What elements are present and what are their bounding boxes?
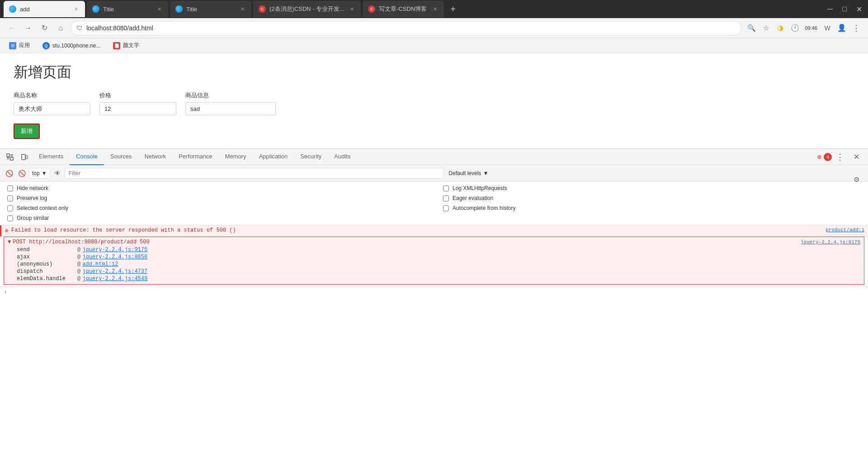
stack-line-send: send @ jquery-2.2.4.js:9175 xyxy=(8,246,860,253)
devtools-tab-console[interactable]: Console xyxy=(70,149,104,165)
selected-context-option[interactable]: Selected context only xyxy=(7,205,425,211)
console-clear-button[interactable]: 🚫 xyxy=(4,168,14,179)
menu-button[interactable]: ⋮ xyxy=(850,22,863,34)
console-filter-button[interactable]: 🚫 xyxy=(16,168,27,179)
search-icon[interactable]: 🔍 xyxy=(745,22,758,34)
devtools-tab-performance[interactable]: Performance xyxy=(172,149,218,165)
eye-button[interactable]: 👁 xyxy=(52,168,63,179)
inspect-element-button[interactable] xyxy=(4,151,16,163)
stack-source-right[interactable]: jquery-2.2.4.js:9175 xyxy=(801,239,860,245)
stack-expand-icon[interactable]: ▼ xyxy=(8,239,11,245)
submit-button[interactable]: 新增 xyxy=(14,124,40,139)
new-tab-button[interactable]: + xyxy=(446,2,460,16)
tab-label-title2: Title xyxy=(186,6,197,13)
url-bar[interactable]: 🛡 localhost:8080/add.html xyxy=(71,21,741,35)
bookmark-icon[interactable]: ☆ xyxy=(760,22,772,34)
console-input-row: › xyxy=(0,286,868,297)
reload-button[interactable]: ↻ xyxy=(38,22,51,34)
stack-link-anonymous[interactable]: add.html:12 xyxy=(82,261,118,267)
tab-title1[interactable]: Title ✕ xyxy=(87,1,168,17)
window-controls: ─ □ ✕ xyxy=(825,4,864,14)
devtools-tab-memory[interactable]: Memory xyxy=(219,149,253,165)
forward-button[interactable]: → xyxy=(22,22,34,34)
devtools-tab-application[interactable]: Application xyxy=(253,149,294,165)
autocomplete-checkbox[interactable] xyxy=(443,205,449,211)
eager-eval-option[interactable]: Eager evaluation xyxy=(443,195,861,201)
bookmark-stu[interactable]: Q stu.1000phone.ne... xyxy=(39,40,104,51)
selected-context-label: Selected context only xyxy=(17,205,68,211)
tab-favicon-title1 xyxy=(92,5,99,13)
product-name-input[interactable] xyxy=(14,102,90,115)
console-input[interactable] xyxy=(10,289,864,295)
close-window-button[interactable]: ✕ xyxy=(854,4,864,14)
context-dropdown-icon: ▼ xyxy=(42,170,47,176)
hide-network-checkbox[interactable] xyxy=(7,186,13,191)
tab-csdn1[interactable]: C (2条消息)CSDN - 专业开发... ✕ xyxy=(253,1,361,17)
address-bar: ← → ↻ ⌂ 🛡 localhost:8080/add.html 🔍 ☆ ◑ … xyxy=(0,18,868,38)
preserve-log-checkbox[interactable] xyxy=(7,195,13,201)
stack-fn-ajax: ajax xyxy=(17,254,75,260)
error-source-link[interactable]: product/add:1 xyxy=(826,227,864,233)
levels-selector[interactable]: Default levels ▼ xyxy=(446,169,491,177)
profile-icon[interactable]: 👤 xyxy=(835,22,848,34)
devtools-close-button[interactable]: ✕ xyxy=(850,151,863,163)
stack-at-2: @ xyxy=(77,254,80,260)
svg-rect-6 xyxy=(22,154,25,160)
error-count-badge: 4 xyxy=(824,153,832,161)
console-toolbar: 🚫 🚫 top ▼ 👁 Default levels ▼ ⚙ xyxy=(0,165,868,181)
console-settings-button[interactable]: ⚙ xyxy=(850,173,863,186)
product-info-label: 商品信息 xyxy=(185,91,276,100)
devtools-tab-sources[interactable]: Sources xyxy=(104,149,138,165)
tab-csdn2[interactable]: C 写文章-CSDN博客 ✕ xyxy=(363,1,444,17)
stack-link-elemdata[interactable]: jquery-2.2.4.js:4549 xyxy=(82,276,147,282)
color-picker-icon[interactable]: ◑ xyxy=(774,22,787,34)
autocomplete-label: Autocomplete from history xyxy=(453,205,515,211)
devtools-more-button[interactable]: ⋮ xyxy=(834,151,846,163)
group-similar-option[interactable]: Group similar xyxy=(7,215,425,221)
devtools-tab-audits[interactable]: Audits xyxy=(328,149,357,165)
page-content: 新增页面 商品名称 价格 商品信息 新增 xyxy=(0,53,868,148)
stack-link-send[interactable]: jquery-2.2.4.js:9175 xyxy=(82,247,147,253)
extension-icon[interactable]: W xyxy=(821,22,834,34)
bookmark-apps[interactable]: ⊞ 应用 xyxy=(5,40,33,51)
tab-add[interactable]: add ✕ xyxy=(4,1,85,17)
stack-link-dispatch[interactable]: jquery-2.2.4.js:4737 xyxy=(82,268,147,275)
devtools-tab-security[interactable]: Security xyxy=(294,149,328,165)
stack-at-3: @ xyxy=(77,261,80,267)
clock-icon[interactable]: 🕐 xyxy=(788,22,801,34)
product-info-input[interactable] xyxy=(185,102,276,115)
back-button[interactable]: ← xyxy=(5,22,18,34)
devtools-tab-network[interactable]: Network xyxy=(138,149,173,165)
group-similar-label: Group similar xyxy=(17,215,49,221)
maximize-button[interactable]: □ xyxy=(839,4,850,14)
selected-context-checkbox[interactable] xyxy=(7,205,13,211)
minimize-button[interactable]: ─ xyxy=(825,4,835,14)
device-toolbar-button[interactable] xyxy=(18,151,31,163)
home-button[interactable]: ⌂ xyxy=(54,22,67,34)
log-xhr-option[interactable]: Log XMLHttpRequests xyxy=(443,185,861,191)
eager-eval-checkbox[interactable] xyxy=(443,195,449,201)
context-selector[interactable]: top ▼ xyxy=(29,168,50,179)
preserve-log-option[interactable]: Preserve log xyxy=(7,195,425,201)
log-xhr-checkbox[interactable] xyxy=(443,186,449,191)
tab-close-title1[interactable]: ✕ xyxy=(156,5,163,13)
group-similar-checkbox[interactable] xyxy=(7,215,13,221)
devtools-tab-elements[interactable]: Elements xyxy=(33,149,70,165)
tab-close-csdn1[interactable]: ✕ xyxy=(348,5,355,13)
filter-input[interactable] xyxy=(65,168,444,179)
bookmark-emoji[interactable]: 📄 颜文字 xyxy=(109,40,143,51)
apps-grid-icon: ⊞ xyxy=(9,42,16,49)
error-icon: ⊗ xyxy=(817,153,822,160)
preserve-log-label: Preserve log xyxy=(17,195,47,201)
hide-network-option[interactable]: Hide network xyxy=(7,185,425,191)
stack-fn-dispatch: dispatch xyxy=(17,268,75,275)
stack-link-ajax[interactable]: jquery-2.2.4.js:8656 xyxy=(82,254,147,260)
tab-title2[interactable]: Title ✕ xyxy=(170,1,251,17)
tab-close-csdn2[interactable]: ✕ xyxy=(431,5,439,13)
price-input[interactable] xyxy=(99,102,176,115)
security-icon: 🛡 xyxy=(76,24,83,32)
emoji-doc-icon: 📄 xyxy=(113,42,120,49)
autocomplete-option[interactable]: Autocomplete from history xyxy=(443,205,861,211)
tab-close-title2[interactable]: ✕ xyxy=(239,5,246,13)
tab-close-add[interactable]: ✕ xyxy=(72,5,80,13)
